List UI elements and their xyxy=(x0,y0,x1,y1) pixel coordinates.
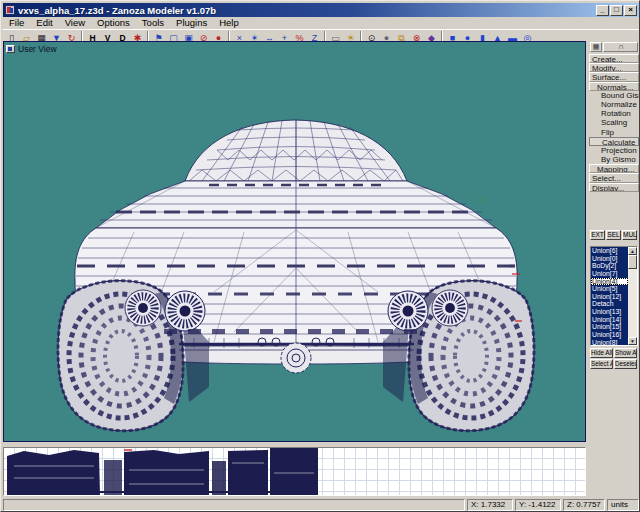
list-item[interactable]: Union[13] xyxy=(591,308,628,316)
bottom-viewport[interactable] xyxy=(3,447,586,496)
cmd-flip[interactable]: Flip xyxy=(589,128,639,137)
select-all-button[interactable]: Select All xyxy=(590,359,613,369)
cmd-by-gismo[interactable]: By Gismo xyxy=(589,155,639,164)
sel-mode-button[interactable]: SEL xyxy=(606,230,621,240)
minimize-button[interactable]: _ xyxy=(596,5,609,16)
menu-bar: File Edit View Options Tools Plugins Hel… xyxy=(3,17,639,29)
cmd-mapping[interactable]: Mapping... xyxy=(589,164,639,173)
menu-file[interactable]: File xyxy=(3,17,30,29)
cmd-normals[interactable]: Normals... xyxy=(589,82,639,91)
ext-mode-button[interactable]: EXT xyxy=(590,230,605,240)
show-all-button[interactable]: Show All xyxy=(614,348,637,358)
list-item[interactable]: Union[8] xyxy=(591,339,628,345)
list-item[interactable]: Union[12] xyxy=(591,293,628,301)
zmodeler-window: vxvs_alpha_17.z3d - Zanoza Modeler v1.07… xyxy=(0,0,640,512)
command-panel: ▦ ∩ Create... Modify... Surface... Norma… xyxy=(589,41,639,498)
status-message xyxy=(3,499,465,511)
status-bar: X: 1.7332 Y: -1.4122 Z: 0.7757 units xyxy=(3,499,639,511)
scroll-down-icon[interactable]: ▼ xyxy=(628,337,637,345)
cmd-modify[interactable]: Modify... xyxy=(589,63,639,72)
wireframe-undercarriage xyxy=(4,448,585,495)
title-bar: vxvs_alpha_17.z3d - Zanoza Modeler v1.07… xyxy=(3,3,639,17)
scroll-up-icon[interactable]: ▲ xyxy=(628,247,637,255)
cmd-calculate[interactable]: Calculate xyxy=(589,137,639,146)
menu-options[interactable]: Options xyxy=(91,17,136,29)
cmd-display[interactable]: Display... xyxy=(589,183,639,192)
cmd-scaling[interactable]: Scaling xyxy=(589,118,639,127)
cmd-projection[interactable]: Projection xyxy=(589,146,639,155)
menu-tools[interactable]: Tools xyxy=(136,17,170,29)
wireframe-car xyxy=(4,42,585,441)
list-item[interactable]: Union[5] xyxy=(591,285,628,293)
deselect-button[interactable]: Deselect xyxy=(614,359,637,369)
panel-rollup-button[interactable]: ∩ xyxy=(603,42,638,52)
list-item[interactable]: Union[15] xyxy=(591,323,628,331)
scroll-thumb[interactable] xyxy=(628,255,637,269)
menu-edit[interactable]: Edit xyxy=(30,17,58,29)
cmd-create[interactable]: Create... xyxy=(589,54,639,63)
cmd-select[interactable]: Select... xyxy=(589,173,639,182)
status-units: units xyxy=(607,499,639,511)
list-buttons: Hide All Show All Select All Deselect xyxy=(590,348,638,369)
list-item[interactable]: Union[14] xyxy=(591,316,628,324)
main-viewport[interactable]: User View xyxy=(3,41,586,442)
list-item[interactable]: Union[0] xyxy=(591,255,628,263)
panel-top-row: ▦ ∩ xyxy=(590,42,638,52)
object-list: Union[6] Union[0] BoDy[2] Union[7] Union… xyxy=(590,246,638,346)
close-button[interactable]: × xyxy=(624,5,637,16)
mode-buttons: EXT SEL MUL xyxy=(590,230,637,240)
status-x-coordinate: X: 1.7332 xyxy=(467,499,513,511)
cmd-surface[interactable]: Surface... xyxy=(589,72,639,81)
restore-button[interactable]: □ xyxy=(610,5,623,16)
window-title: vxvs_alpha_17.z3d - Zanoza Modeler v1.07… xyxy=(18,5,595,16)
list-item-focused[interactable]: Union[4] xyxy=(591,278,628,286)
viewport-label-text: User View xyxy=(18,44,57,54)
hide-all-button[interactable]: Hide All xyxy=(590,348,613,358)
list-scrollbar[interactable]: ▲ ▼ xyxy=(628,247,637,345)
viewport-menu-icon[interactable] xyxy=(6,45,15,53)
object-list-rows: Union[6] Union[0] BoDy[2] Union[7] Union… xyxy=(591,247,628,345)
list-item[interactable]: Union[16] xyxy=(591,331,628,339)
panel-options-button[interactable]: ▦ xyxy=(590,42,602,52)
viewport-label: User View xyxy=(6,44,57,54)
menu-view[interactable]: View xyxy=(59,17,91,29)
status-z-coordinate: Z: 0.7757 xyxy=(563,499,605,511)
list-item[interactable]: Union[6] xyxy=(591,247,628,255)
list-item[interactable]: BoDy[2] xyxy=(591,262,628,270)
menu-help[interactable]: Help xyxy=(213,17,245,29)
menu-plugins[interactable]: Plugins xyxy=(170,17,213,29)
cmd-bound-gismo[interactable]: Bound Gismo xyxy=(589,91,639,100)
list-item[interactable]: Union[7] xyxy=(591,270,628,278)
cmd-normalize[interactable]: Normalize xyxy=(589,100,639,109)
status-y-coordinate: Y: -1.4122 xyxy=(515,499,561,511)
list-item[interactable]: Detach xyxy=(591,300,628,308)
cmd-rotation[interactable]: Rotation xyxy=(589,109,639,118)
app-icon[interactable] xyxy=(5,5,15,15)
scroll-track[interactable] xyxy=(628,269,637,337)
command-list: Create... Modify... Surface... Normals..… xyxy=(589,54,639,192)
mul-mode-button[interactable]: MUL xyxy=(622,230,637,240)
